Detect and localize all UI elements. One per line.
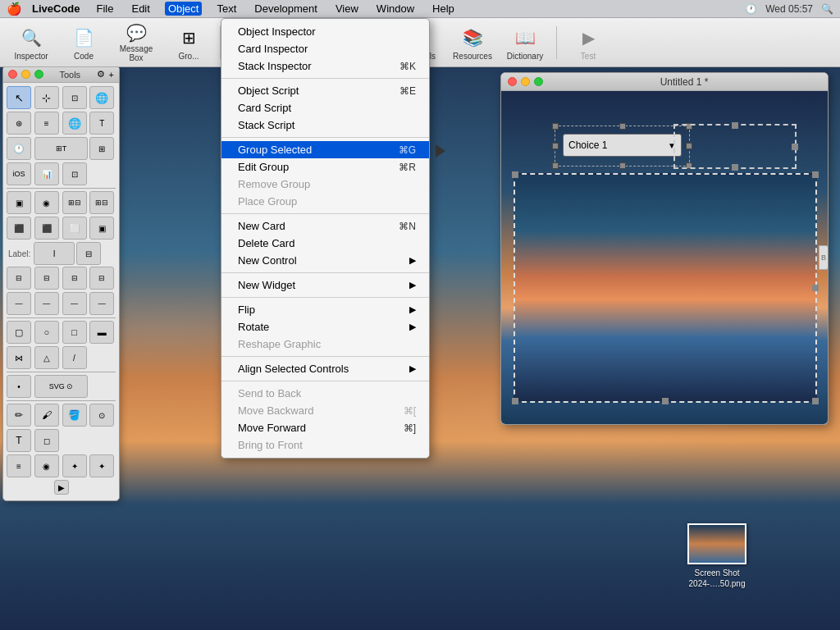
tool-rounded-rect[interactable]: ▢	[7, 321, 31, 344]
menu-remove-group[interactable]: Remove Group	[221, 176, 429, 193]
tool-irregular[interactable]: ⋈	[7, 346, 31, 369]
search-icon[interactable]: 🔍	[821, 3, 833, 15]
menu-view[interactable]: View	[332, 2, 362, 16]
tool-mode1[interactable]: ▣	[7, 191, 31, 214]
tool-eraser[interactable]: ◻	[34, 429, 59, 452]
tool-f3[interactable]: —	[62, 292, 87, 315]
messagebox-button[interactable]: 💬 Message Box	[112, 21, 161, 64]
tool-e1[interactable]: ⊟	[7, 267, 31, 290]
menu-development[interactable]: Development	[251, 2, 321, 16]
tools-minimize-button[interactable]	[21, 70, 30, 79]
tool-e3[interactable]: ⊟	[62, 267, 87, 290]
tool-brush[interactable]: 🖌	[34, 404, 59, 427]
menu-new-card[interactable]: New Card ⌘N	[221, 217, 429, 235]
test-button[interactable]: ▶ Test	[564, 21, 613, 64]
tools-close-button[interactable]	[8, 70, 17, 79]
tool-label-input[interactable]: I	[34, 242, 75, 265]
menu-file[interactable]: File	[94, 2, 117, 16]
tool-f1[interactable]: —	[7, 292, 31, 315]
menu-object-inspector[interactable]: Object Inspector	[221, 23, 429, 40]
tool-b4[interactable]: ✦	[89, 454, 114, 477]
menu-place-group[interactable]: Place Group	[221, 193, 429, 210]
menu-new-widget[interactable]: New Widget ▶	[221, 276, 429, 294]
tool-label-spin[interactable]: ⊟	[76, 242, 101, 265]
tool-clock[interactable]: 🕐	[7, 137, 31, 160]
tool-mode3[interactable]: ⊞⊟	[62, 191, 87, 214]
tool-pencil[interactable]: ✏	[7, 404, 31, 427]
tool-crop[interactable]: ⊡	[62, 86, 87, 109]
tool-ios[interactable]: iOS	[7, 162, 31, 185]
menu-card-script[interactable]: Card Script	[221, 99, 429, 116]
tool-lasso[interactable]: ⊙	[89, 404, 114, 427]
tool-e4[interactable]: ⊟	[89, 267, 114, 290]
canvas-zoom-button[interactable]	[534, 77, 543, 86]
menu-move-forward[interactable]: Move Forward ⌘]	[221, 419, 429, 436]
tool-data[interactable]: ⊡	[62, 162, 87, 185]
tool-text-draw[interactable]: T	[7, 429, 31, 452]
menu-window[interactable]: Window	[373, 2, 418, 16]
apple-menu[interactable]: 🍎	[7, 2, 22, 16]
menu-delete-card[interactable]: Delete Card	[221, 235, 429, 252]
menu-stack-inspector[interactable]: Stack Inspector ⌘K	[221, 57, 429, 75]
tool-hand[interactable]: 🌐	[89, 86, 114, 109]
tool-e2[interactable]: ⊟	[34, 267, 59, 290]
tool-button-widget[interactable]: ⊛	[7, 112, 31, 135]
tool-graph[interactable]: 📊	[34, 162, 59, 185]
tool-align-right[interactable]: ▣	[89, 217, 114, 240]
screenshot-thumbnail[interactable]: Screen Shot2024-….50.png	[684, 523, 750, 589]
tool-align-center[interactable]: ⬛	[34, 217, 59, 240]
tool-b3[interactable]: ✦	[62, 454, 87, 477]
menu-text[interactable]: Text	[213, 2, 240, 16]
tool-globe-widget[interactable]: 🌐	[62, 112, 87, 135]
tool-play[interactable]: ▶	[54, 480, 69, 495]
menu-edit-group[interactable]: Edit Group ⌘R	[221, 158, 429, 176]
menu-flip[interactable]: Flip ▶	[221, 301, 429, 318]
choice-widget[interactable]: Choice 1 ▼	[563, 134, 682, 157]
menu-object-script[interactable]: Object Script ⌘E	[221, 82, 429, 99]
tool-f4[interactable]: —	[89, 292, 114, 315]
tool-align-fill[interactable]: ⬜	[62, 217, 87, 240]
menu-edit[interactable]: Edit	[128, 2, 153, 16]
menu-move-backward[interactable]: Move Backward ⌘[	[221, 402, 429, 419]
menu-new-control[interactable]: New Control ▶	[221, 252, 429, 269]
tool-oval[interactable]: ○	[34, 321, 59, 344]
tool-b2[interactable]: ◉	[34, 454, 59, 477]
menu-reshape-graphic[interactable]: Reshape Graphic	[221, 336, 429, 353]
tool-mode2[interactable]: ◉	[34, 191, 59, 214]
tool-arrow[interactable]: ↖	[7, 86, 31, 109]
menu-bring-to-front[interactable]: Bring to Front	[221, 436, 429, 454]
menu-stack-script[interactable]: Stack Script	[221, 116, 429, 134]
menu-help[interactable]: Help	[429, 2, 458, 16]
menu-align-selected[interactable]: Align Selected Controls ▶	[221, 360, 429, 377]
dictionary-button[interactable]: 📖 Dictionary	[500, 21, 550, 64]
tool-f2[interactable]: —	[34, 292, 59, 315]
tools-gear-icon[interactable]: ⚙	[97, 69, 105, 80]
tool-fill[interactable]: 🪣	[62, 404, 87, 427]
tool-grid[interactable]: ⊞	[89, 137, 114, 160]
tool-svg-toggle[interactable]: SVG ⊙	[34, 375, 89, 398]
menu-send-to-back[interactable]: Send to Back	[221, 385, 429, 402]
image-widget[interactable]	[514, 173, 817, 403]
tool-dot[interactable]: •	[7, 375, 31, 398]
tool-list-widget[interactable]: ≡	[34, 112, 59, 135]
canvas-close-button[interactable]	[508, 77, 517, 86]
tools-zoom-button[interactable]	[34, 70, 43, 79]
menu-object[interactable]: Object	[165, 2, 203, 16]
canvas-body[interactable]: Choice 1 ▼ B	[501, 91, 828, 424]
tool-line[interactable]: /	[62, 346, 87, 369]
tool-text-widget[interactable]: T	[89, 112, 114, 135]
menu-rotate[interactable]: Rotate ▶	[221, 318, 429, 336]
canvas-right-tab[interactable]: B	[819, 245, 829, 270]
tool-title[interactable]: ⊞T	[34, 137, 89, 160]
inspector-button[interactable]: 🔍 Inspector	[7, 21, 56, 64]
menu-group-selected[interactable]: Group Selected ⌘G	[221, 141, 429, 158]
tool-polygon[interactable]: △	[34, 346, 59, 369]
tool-rect[interactable]: □	[62, 321, 87, 344]
code-button[interactable]: 📄 Code	[59, 21, 108, 64]
tool-select[interactable]: ⊹	[34, 86, 59, 109]
tool-align-left[interactable]: ⬛	[7, 217, 31, 240]
tools-add-icon[interactable]: +	[109, 70, 114, 80]
canvas-minimize-button[interactable]	[521, 77, 530, 86]
group-button[interactable]: ⊞ Gro...	[164, 21, 213, 64]
resources-button[interactable]: 📚 Resources	[448, 21, 497, 64]
